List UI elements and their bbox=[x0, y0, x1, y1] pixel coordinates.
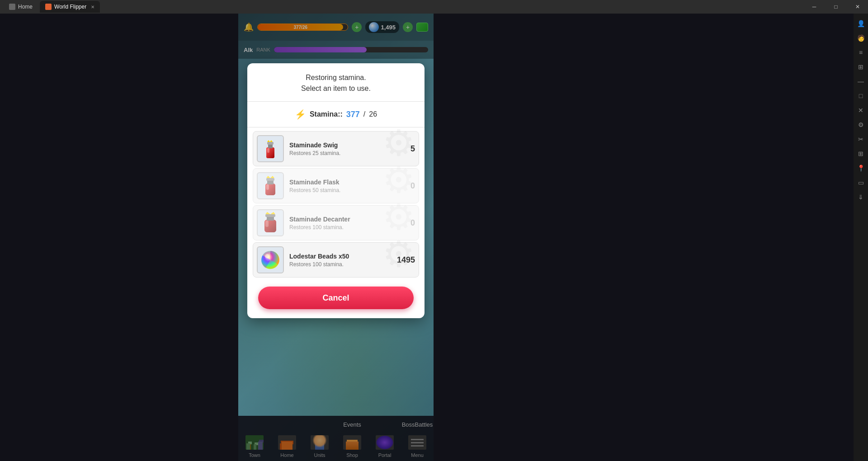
item-desc-lodestar-beads: Restores 100 stamina. bbox=[289, 261, 392, 268]
item-desc-staminade-swig: Restores 25 stamina. bbox=[289, 150, 392, 156]
svg-marker-16 bbox=[265, 212, 275, 214]
svg-rect-15 bbox=[265, 214, 275, 217]
svg-rect-5 bbox=[267, 148, 269, 153]
item-count-staminade-swig: 5 bbox=[397, 144, 415, 154]
modal-overlay[interactable]: Restoring stamina. Select an item to use… bbox=[238, 14, 434, 461]
item-icon-staminade-swig bbox=[257, 135, 284, 162]
stamina-max: 26 bbox=[369, 110, 377, 118]
stamina-restore-modal: Restoring stamina. Select an item to use… bbox=[247, 63, 425, 318]
item-info-staminade-swig: Staminade Swig Restores 25 stamina. bbox=[289, 141, 392, 156]
svg-rect-11 bbox=[266, 184, 269, 190]
sidebar-scissors-icon[interactable]: ✂ bbox=[854, 133, 867, 146]
item-count-lodestar-beads: 1495 bbox=[397, 255, 415, 265]
sidebar-minimize-icon[interactable]: — bbox=[854, 75, 867, 88]
right-sidebar: 👤 🧑 ≡ ⊞ — □ ✕ ⚙ ✂ ⊞ 📍 ▭ ⇓ bbox=[854, 14, 868, 461]
svg-rect-17 bbox=[265, 221, 269, 227]
tab-close-button[interactable]: ✕ bbox=[91, 5, 94, 9]
item-icon-staminade-flask bbox=[257, 172, 284, 199]
svg-marker-4 bbox=[267, 140, 274, 142]
item-desc-staminade-flask: Restores 50 stamina. bbox=[289, 187, 392, 193]
potion-decanter-image bbox=[259, 212, 282, 234]
cancel-button[interactable]: Cancel bbox=[258, 287, 414, 309]
sidebar-bottom-arrow[interactable]: ⇓ bbox=[854, 191, 867, 203]
item-count-staminade-decanter: 0 bbox=[397, 218, 415, 228]
tab-world-flipper-label: World Flipper bbox=[54, 4, 86, 10]
svg-rect-9 bbox=[266, 178, 274, 181]
game-area: 🔔 377/26 + 1,495 + Alk RANK bbox=[238, 14, 434, 461]
modal-title: Restoring stamina. Select an item to use… bbox=[258, 72, 414, 94]
tab-world-flipper[interactable]: World Flipper ✕ bbox=[40, 1, 100, 13]
dark-left-area bbox=[0, 14, 238, 461]
tab-home[interactable]: Home bbox=[4, 1, 38, 13]
item-info-lodestar-beads: Lodestar Beads x50 Restores 100 stamina. bbox=[289, 253, 392, 268]
item-icon-staminade-decanter bbox=[257, 209, 284, 236]
sidebar-pin-icon[interactable]: 📍 bbox=[854, 162, 867, 174]
item-icon-lodestar-beads bbox=[257, 246, 284, 273]
sidebar-person-icon[interactable]: 🧑 bbox=[854, 32, 867, 44]
stamina-display: ⚡ Stamina:: 377 / 26 bbox=[247, 102, 425, 127]
svg-marker-10 bbox=[266, 176, 274, 178]
item-name-staminade-flask: Staminade Flask bbox=[289, 179, 392, 186]
minimize-button[interactable]: ─ bbox=[804, 0, 825, 14]
svg-rect-3 bbox=[267, 142, 274, 145]
item-name-staminade-decanter: Staminade Decanter bbox=[289, 216, 392, 223]
item-info-staminade-flask: Staminade Flask Restores 50 stamina. bbox=[289, 179, 392, 193]
close-button[interactable]: ✕ bbox=[847, 0, 868, 14]
item-staminade-flask[interactable]: Staminade Flask Restores 50 stamina. 0 ⚙ bbox=[253, 168, 419, 203]
item-staminade-decanter[interactable]: Staminade Decanter Restores 100 stamina.… bbox=[253, 205, 419, 240]
sidebar-settings-icon[interactable]: ⚙ bbox=[854, 118, 867, 131]
sidebar-window-icon[interactable]: ⊞ bbox=[854, 61, 867, 73]
browser-chrome: Home World Flipper ✕ ─ □ ✕ bbox=[0, 0, 868, 14]
item-name-staminade-swig: Staminade Swig bbox=[289, 141, 392, 149]
lightning-icon: ⚡ bbox=[295, 109, 306, 120]
browser-controls: ─ □ ✕ bbox=[804, 0, 868, 14]
item-list: Staminade Swig Restores 25 stamina. 5 ⚙ bbox=[247, 127, 425, 281]
stamina-current: 377 bbox=[346, 110, 360, 119]
stamina-label: Stamina:: bbox=[310, 110, 343, 118]
item-desc-staminade-decanter: Restores 100 stamina. bbox=[289, 224, 392, 230]
maximize-button[interactable]: □ bbox=[826, 0, 846, 14]
world-flipper-icon bbox=[45, 4, 52, 10]
modal-title-line1: Restoring stamina. bbox=[306, 74, 366, 81]
sidebar-lines-icon[interactable]: ≡ bbox=[854, 46, 867, 59]
stamina-separator: / bbox=[363, 110, 365, 118]
sidebar-grid-icon[interactable]: ⊞ bbox=[854, 147, 867, 160]
item-lodestar-beads[interactable]: Lodestar Beads x50 Restores 100 stamina.… bbox=[253, 242, 419, 278]
sidebar-rect-icon[interactable]: ▭ bbox=[854, 176, 867, 189]
potion-flask-image bbox=[259, 174, 282, 197]
item-staminade-swig[interactable]: Staminade Swig Restores 25 stamina. 5 ⚙ bbox=[253, 131, 419, 166]
modal-title-line2: Select an item to use. bbox=[301, 85, 371, 92]
lodestar-orb-image bbox=[259, 249, 282, 271]
svg-point-20 bbox=[265, 254, 269, 259]
sidebar-maximize-icon[interactable]: □ bbox=[854, 89, 867, 102]
home-tab-icon bbox=[9, 4, 15, 10]
modal-header: Restoring stamina. Select an item to use… bbox=[247, 63, 425, 102]
item-count-staminade-flask: 0 bbox=[397, 181, 415, 191]
sidebar-close-icon[interactable]: ✕ bbox=[854, 104, 867, 117]
item-name-lodestar-beads: Lodestar Beads x50 bbox=[289, 253, 392, 260]
dark-right-area bbox=[434, 14, 854, 461]
potion-swig-image bbox=[259, 137, 282, 160]
tab-home-label: Home bbox=[18, 4, 33, 10]
item-info-staminade-decanter: Staminade Decanter Restores 100 stamina. bbox=[289, 216, 392, 230]
sidebar-user-icon[interactable]: 👤 bbox=[854, 17, 867, 30]
